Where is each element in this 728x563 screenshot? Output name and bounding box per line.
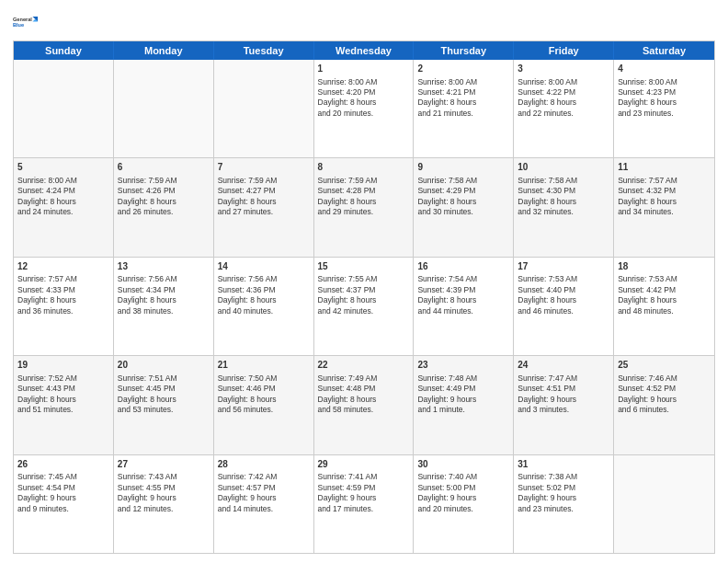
day-number: 30 <box>417 458 509 471</box>
day-info-line: and 40 minutes. <box>218 306 310 316</box>
calendar-day-cell: 4Sunrise: 8:00 AMSunset: 4:23 PMDaylight… <box>614 60 714 157</box>
calendar-day-cell: 19Sunrise: 7:52 AMSunset: 4:43 PMDayligh… <box>14 356 114 454</box>
day-number: 22 <box>318 359 410 372</box>
day-number: 7 <box>218 161 310 174</box>
day-number: 11 <box>618 161 711 174</box>
day-info-line: and 21 minutes. <box>417 109 509 119</box>
calendar-header-cell: Thursday <box>414 41 514 60</box>
day-info-line: Sunset: 4:29 PM <box>417 186 509 196</box>
calendar-empty-cell <box>614 455 714 553</box>
day-info-line: Sunrise: 7:53 AM <box>618 274 711 284</box>
day-info-line: Sunset: 4:26 PM <box>118 186 210 196</box>
calendar-day-cell: 11Sunrise: 7:57 AMSunset: 4:32 PMDayligh… <box>614 158 714 256</box>
day-number: 13 <box>118 260 210 273</box>
calendar-body: 1Sunrise: 8:00 AMSunset: 4:20 PMDaylight… <box>14 60 714 553</box>
day-info-line: and 24 minutes. <box>17 207 109 217</box>
calendar-day-cell: 26Sunrise: 7:45 AMSunset: 4:54 PMDayligh… <box>14 455 114 553</box>
day-number: 26 <box>17 458 109 471</box>
day-info-line: Daylight: 8 hours <box>218 197 310 207</box>
day-info-line: Sunrise: 7:38 AM <box>518 472 609 482</box>
day-number: 10 <box>518 161 609 174</box>
calendar-day-cell: 7Sunrise: 7:59 AMSunset: 4:27 PMDaylight… <box>214 158 314 256</box>
day-number: 25 <box>618 359 711 372</box>
day-info-line: Daylight: 8 hours <box>318 197 410 207</box>
day-info-line: and 27 minutes. <box>218 207 310 217</box>
day-info-line: and 23 minutes. <box>518 504 609 514</box>
day-info-line: and 34 minutes. <box>618 207 711 217</box>
calendar: SundayMondayTuesdayWednesdayThursdayFrid… <box>13 40 715 554</box>
day-info-line: and 46 minutes. <box>518 306 609 316</box>
day-info-line: Sunset: 4:37 PM <box>318 285 410 295</box>
calendar-week-row: 19Sunrise: 7:52 AMSunset: 4:43 PMDayligh… <box>14 356 714 454</box>
calendar-day-cell: 28Sunrise: 7:42 AMSunset: 4:57 PMDayligh… <box>214 455 314 553</box>
calendar-week-row: 12Sunrise: 7:57 AMSunset: 4:33 PMDayligh… <box>14 258 714 356</box>
day-info-line: Sunset: 4:59 PM <box>318 483 410 493</box>
day-info-line: Sunrise: 7:56 AM <box>218 274 310 284</box>
calendar-day-cell: 1Sunrise: 8:00 AMSunset: 4:20 PMDaylight… <box>314 60 415 157</box>
day-info-line: Sunrise: 8:00 AM <box>417 77 509 87</box>
calendar-day-cell: 20Sunrise: 7:51 AMSunset: 4:45 PMDayligh… <box>114 356 214 454</box>
calendar-header-cell: Tuesday <box>214 41 314 60</box>
day-info-line: Sunrise: 7:58 AM <box>417 176 509 186</box>
day-number: 31 <box>518 458 609 471</box>
day-info-line: Daylight: 8 hours <box>118 197 210 207</box>
calendar-day-cell: 15Sunrise: 7:55 AMSunset: 4:37 PMDayligh… <box>314 258 415 355</box>
calendar-day-cell: 18Sunrise: 7:53 AMSunset: 4:42 PMDayligh… <box>614 258 714 355</box>
calendar-day-cell: 5Sunrise: 8:00 AMSunset: 4:24 PMDaylight… <box>14 158 114 256</box>
day-number: 2 <box>417 63 509 75</box>
day-info-line: Daylight: 8 hours <box>318 395 410 405</box>
day-info-line: and 58 minutes. <box>318 405 410 415</box>
day-info-line: Daylight: 8 hours <box>518 197 609 207</box>
day-info-line: and 20 minutes. <box>417 504 509 514</box>
day-info-line: Sunrise: 7:42 AM <box>218 472 310 482</box>
day-info-line: Sunrise: 7:52 AM <box>17 373 109 384</box>
day-info-line: Sunrise: 8:00 AM <box>17 176 109 186</box>
logo: GeneralBlue <box>13 9 39 35</box>
day-info-line: Sunset: 4:52 PM <box>618 384 711 394</box>
day-info-line: and 9 minutes. <box>17 504 109 514</box>
day-info-line: Daylight: 8 hours <box>218 395 310 405</box>
day-number: 23 <box>417 359 509 372</box>
day-info-line: Sunrise: 7:59 AM <box>118 176 210 186</box>
calendar-day-cell: 9Sunrise: 7:58 AMSunset: 4:29 PMDaylight… <box>414 158 514 256</box>
calendar-day-cell: 25Sunrise: 7:46 AMSunset: 4:52 PMDayligh… <box>614 356 714 454</box>
day-number: 4 <box>618 63 711 75</box>
day-number: 29 <box>318 458 410 471</box>
day-info-line: Sunrise: 7:57 AM <box>618 176 711 186</box>
day-number: 21 <box>218 359 310 372</box>
day-info-line: and 14 minutes. <box>218 504 310 514</box>
day-info-line: Sunset: 4:20 PM <box>318 87 410 98</box>
calendar-week-row: 26Sunrise: 7:45 AMSunset: 4:54 PMDayligh… <box>14 455 714 553</box>
day-info-line: and 48 minutes. <box>618 306 711 316</box>
calendar-header-cell: Wednesday <box>314 41 415 60</box>
day-info-line: and 42 minutes. <box>318 306 410 316</box>
day-info-line: and 29 minutes. <box>318 207 410 217</box>
calendar-day-cell: 12Sunrise: 7:57 AMSunset: 4:33 PMDayligh… <box>14 258 114 355</box>
calendar-empty-cell <box>114 60 214 157</box>
day-info-line: Sunset: 5:02 PM <box>518 483 609 493</box>
day-info-line: Sunrise: 7:50 AM <box>218 373 310 384</box>
day-info-line: Sunset: 4:24 PM <box>17 186 109 196</box>
calendar-day-cell: 10Sunrise: 7:58 AMSunset: 4:30 PMDayligh… <box>514 158 614 256</box>
day-info-line: Sunset: 4:46 PM <box>218 384 310 394</box>
day-info-line: Daylight: 9 hours <box>17 493 109 503</box>
day-info-line: Daylight: 8 hours <box>518 295 609 305</box>
day-info-line: Sunrise: 8:00 AM <box>518 77 609 87</box>
day-info-line: Sunrise: 7:43 AM <box>118 472 210 482</box>
day-info-line: Daylight: 8 hours <box>17 295 109 305</box>
day-info-line: and 44 minutes. <box>417 306 509 316</box>
calendar-week-row: 5Sunrise: 8:00 AMSunset: 4:24 PMDaylight… <box>14 158 714 257</box>
day-info-line: Sunset: 4:39 PM <box>417 285 509 295</box>
day-info-line: Sunrise: 7:41 AM <box>318 472 410 482</box>
day-number: 9 <box>417 161 509 174</box>
day-number: 27 <box>118 458 210 471</box>
day-info-line: Sunrise: 7:59 AM <box>218 176 310 186</box>
day-info-line: and 20 minutes. <box>318 109 410 119</box>
day-info-line: and 36 minutes. <box>17 306 109 316</box>
day-info-line: and 17 minutes. <box>318 504 410 514</box>
day-info-line: Sunrise: 7:48 AM <box>417 373 509 384</box>
day-number: 6 <box>118 161 210 174</box>
day-info-line: Sunrise: 7:59 AM <box>318 176 410 186</box>
calendar-day-cell: 8Sunrise: 7:59 AMSunset: 4:28 PMDaylight… <box>314 158 415 256</box>
day-info-line: Daylight: 8 hours <box>118 295 210 305</box>
